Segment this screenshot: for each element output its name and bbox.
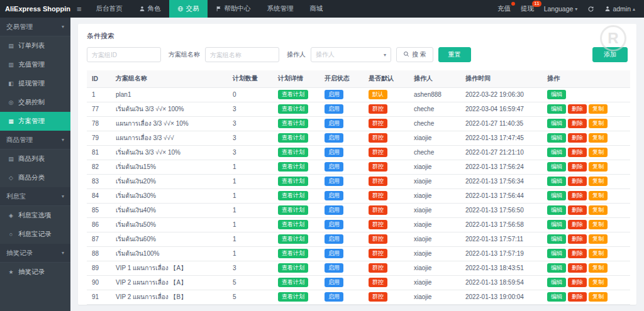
copy-button[interactable]: 复制 [589, 133, 608, 143]
sidebar-item-goods-category[interactable]: ◇商品分类 [0, 168, 70, 187]
status-badge[interactable]: 启用 [325, 90, 343, 99]
default-flag-badge[interactable]: 群控 [369, 220, 387, 229]
copy-button[interactable]: 复制 [589, 148, 608, 157]
sidebar-item-trade-control[interactable]: ◎交易控制 [0, 93, 70, 112]
copy-button[interactable]: 复制 [589, 292, 608, 302]
delete-button[interactable]: 删除 [568, 234, 587, 244]
sidebar-group-1[interactable]: 商品管理▾ [0, 131, 70, 150]
copy-button[interactable]: 复制 [589, 220, 608, 229]
withdraw-nav[interactable]: 提现 11 [521, 4, 534, 13]
delete-button[interactable]: 删除 [568, 278, 587, 287]
edit-button[interactable]: 编辑 [547, 234, 566, 244]
default-flag-badge[interactable]: 群控 [369, 133, 387, 143]
view-plan-button[interactable]: 查看计划 [278, 177, 308, 186]
recharge-nav[interactable]: 充值 [497, 4, 511, 13]
status-badge[interactable]: 启用 [325, 263, 343, 273]
edit-button[interactable]: 编辑 [547, 119, 566, 128]
view-plan-button[interactable]: 查看计划 [278, 292, 308, 302]
delete-button[interactable]: 删除 [568, 205, 587, 215]
plan-group-name-input[interactable] [205, 47, 279, 62]
nav-item-0[interactable]: 后台首页 [88, 0, 131, 18]
edit-button[interactable]: 编辑 [547, 133, 566, 143]
status-badge[interactable]: 启用 [325, 292, 343, 302]
user-menu[interactable]: admin ▴ [604, 5, 635, 13]
status-badge[interactable]: 启用 [325, 177, 343, 186]
sidebar-item-lottery-star[interactable]: ★抽奖记录 [0, 263, 70, 281]
view-plan-button[interactable]: 查看计划 [278, 133, 308, 143]
add-button[interactable]: 添加 [592, 47, 628, 62]
status-badge[interactable]: 启用 [325, 162, 343, 172]
status-badge[interactable]: 启用 [325, 249, 343, 258]
nav-item-3[interactable]: 帮助中心 [208, 0, 259, 18]
nav-item-2[interactable]: 交易 [169, 0, 208, 18]
copy-button[interactable]: 复制 [589, 263, 608, 273]
delete-button[interactable]: 删除 [568, 263, 587, 273]
view-plan-button[interactable]: 查看计划 [278, 249, 308, 258]
view-plan-button[interactable]: 查看计划 [278, 205, 308, 215]
status-badge[interactable]: 启用 [325, 220, 343, 229]
delete-button[interactable]: 删除 [568, 292, 587, 302]
delete-button[interactable]: 删除 [568, 133, 587, 143]
edit-button[interactable]: 编辑 [547, 104, 566, 114]
default-flag-badge[interactable]: 群控 [369, 177, 387, 186]
sidebar-item-interest-option[interactable]: ◈利息宝选项 [0, 206, 70, 225]
edit-button[interactable]: 编辑 [547, 292, 566, 302]
edit-button[interactable]: 编辑 [547, 205, 566, 215]
refresh-icon[interactable] [587, 6, 594, 13]
menu-toggle-icon[interactable]: ≡ [70, 0, 88, 18]
status-badge[interactable]: 启用 [325, 278, 343, 287]
default-flag-badge[interactable]: 默认 [369, 90, 387, 99]
copy-button[interactable]: 复制 [589, 119, 608, 128]
default-flag-badge[interactable]: 群控 [369, 278, 387, 287]
delete-button[interactable]: 删除 [568, 220, 587, 229]
edit-button[interactable]: 编辑 [547, 191, 566, 200]
delete-button[interactable]: 删除 [568, 162, 587, 172]
sidebar-item-interest-record[interactable]: ○利息宝记录 [0, 225, 70, 244]
sidebar-item-withdraw[interactable]: ◧提现管理 [0, 74, 70, 93]
default-flag-badge[interactable]: 群控 [369, 191, 387, 200]
sidebar-group-3[interactable]: 抽奖记录▾ [0, 244, 70, 263]
edit-button[interactable]: 编辑 [547, 90, 566, 99]
view-plan-button[interactable]: 查看计划 [278, 263, 308, 273]
copy-button[interactable]: 复制 [589, 234, 608, 244]
copy-button[interactable]: 复制 [589, 177, 608, 186]
search-button[interactable]: 搜 索 [396, 47, 433, 62]
sidebar-item-recharge[interactable]: ▥充值管理 [0, 55, 70, 74]
view-plan-button[interactable]: 查看计划 [278, 162, 308, 172]
default-flag-badge[interactable]: 群控 [369, 104, 387, 114]
copy-button[interactable]: 复制 [589, 191, 608, 200]
view-plan-button[interactable]: 查看计划 [278, 191, 308, 200]
copy-button[interactable]: 复制 [589, 278, 608, 287]
edit-button[interactable]: 编辑 [547, 220, 566, 229]
default-flag-badge[interactable]: 群控 [369, 292, 387, 302]
edit-button[interactable]: 编辑 [547, 263, 566, 273]
copy-button[interactable]: 复制 [589, 205, 608, 215]
edit-button[interactable]: 编辑 [547, 278, 566, 287]
sidebar-item-plan-folder[interactable]: ▦方案管理 [0, 112, 70, 131]
delete-button[interactable]: 删除 [568, 119, 587, 128]
sidebar-group-2[interactable]: 利息宝▾ [0, 187, 70, 206]
language-selector[interactable]: Language ▾ [544, 5, 578, 13]
reset-button[interactable]: 重置 [438, 47, 471, 62]
view-plan-button[interactable]: 查看计划 [278, 278, 308, 287]
plan-group-id-input[interactable] [87, 47, 161, 62]
view-plan-button[interactable]: 查看计划 [278, 90, 308, 99]
view-plan-button[interactable]: 查看计划 [278, 104, 308, 114]
edit-button[interactable]: 编辑 [547, 177, 566, 186]
sidebar-item-goods-list[interactable]: ▤商品列表 [0, 150, 70, 168]
operator-select[interactable]: 操作人 ▾ [311, 47, 391, 62]
copy-button[interactable]: 复制 [589, 249, 608, 258]
nav-item-5[interactable]: 商城 [302, 0, 331, 18]
default-flag-badge[interactable]: 群控 [369, 148, 387, 157]
delete-button[interactable]: 删除 [568, 177, 587, 186]
status-badge[interactable]: 启用 [325, 133, 343, 143]
default-flag-badge[interactable]: 群控 [369, 249, 387, 258]
delete-button[interactable]: 删除 [568, 191, 587, 200]
view-plan-button[interactable]: 查看计划 [278, 220, 308, 229]
delete-button[interactable]: 删除 [568, 104, 587, 114]
edit-button[interactable]: 编辑 [547, 148, 566, 157]
view-plan-button[interactable]: 查看计划 [278, 234, 308, 244]
nav-item-4[interactable]: 系统管理 [259, 0, 302, 18]
sidebar-item-order-list[interactable]: ▤订单列表 [0, 36, 70, 55]
status-badge[interactable]: 启用 [325, 104, 343, 114]
